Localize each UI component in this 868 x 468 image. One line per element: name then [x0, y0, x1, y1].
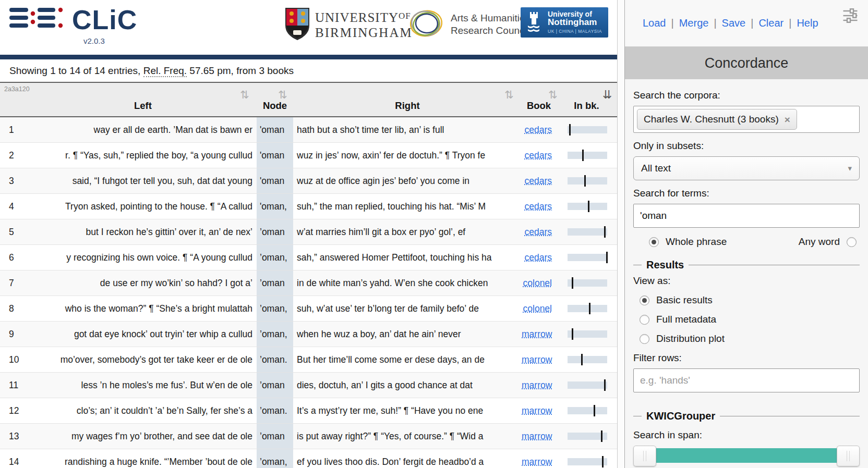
col-right[interactable]: Right: [293, 100, 522, 116]
menu-save-link[interactable]: Save: [722, 17, 746, 29]
table-scrollbar[interactable]: [617, 0, 624, 468]
left-cell: mo’over, somebody’s got ter take keer er…: [29, 354, 257, 365]
node-term: ’oman.: [257, 398, 293, 423]
table-row[interactable]: 10mo’over, somebody’s got ter take keer …: [0, 347, 617, 373]
view-option-basic-results[interactable]: Basic results: [640, 294, 860, 306]
radio-button[interactable]: [640, 334, 649, 344]
menu-load-link[interactable]: Load: [643, 17, 666, 29]
subsets-select[interactable]: All text ▾: [633, 156, 860, 180]
col-left[interactable]: Left: [29, 100, 257, 116]
left-cell: randishing a huge knife. “’Member ’bout …: [29, 457, 257, 467]
row-number: 3: [0, 176, 29, 187]
radio-button[interactable]: [640, 295, 649, 305]
menu-clear-link[interactable]: Clear: [758, 17, 783, 29]
row-number: 8: [0, 303, 29, 314]
left-context: less ’n he moles’s me fus’. But w’en de …: [81, 380, 252, 391]
corpus-chip[interactable]: Charles W. Chesnutt (3 books) ×: [637, 109, 797, 130]
book-link[interactable]: marrow: [522, 354, 552, 365]
book-link[interactable]: colonel: [523, 278, 552, 288]
remove-corpus-icon[interactable]: ×: [785, 115, 790, 125]
book-link[interactable]: cedars: [524, 252, 552, 263]
filter-input[interactable]: [633, 368, 860, 392]
app-header: CLiC v2.0.3 UNIVERSITYOF: [0, 0, 617, 55]
sort-right-icon[interactable]: ⇅: [504, 89, 514, 100]
phrase-option-any-word[interactable]: Any word: [799, 236, 857, 248]
table-row[interactable]: 1way er all de earth. ’Man dat is bawn e…: [0, 117, 617, 143]
table-row[interactable]: 3said, “I fuhgot ter tell you, suh, dat …: [0, 168, 617, 194]
sort-book-icon[interactable]: ⇅: [548, 89, 558, 100]
node-term: ’oman: [257, 219, 293, 244]
ahrc-logo: Arts & Humanities Research Council: [408, 7, 530, 42]
left-cell: de use er my wo’kin’ so hahd? I got a’: [29, 278, 257, 289]
left-cell: but I reckon he’s gittin’ over it, an’ d…: [29, 227, 257, 238]
view-option-full-metadata[interactable]: Full metadata: [640, 314, 860, 325]
corpora-multiselect[interactable]: Charles W. Chesnutt (3 books) ×: [633, 106, 860, 133]
book-cell: marrow: [522, 329, 556, 340]
sidebar-form: Search the corpora: Charles W. Chesnutt …: [625, 79, 868, 468]
table-row[interactable]: 2r. ¶ “Yas, suh,” replied the boy, “a yo…: [0, 143, 617, 168]
table-row[interactable]: 13my wages f’m yo’ brother, and see dat …: [0, 424, 617, 449]
table-row[interactable]: 11less ’n he moles’s me fus’. But w’en d…: [0, 373, 617, 398]
row-number: 13: [0, 431, 29, 442]
nottingham-castle-icon: [525, 10, 542, 35]
table-row[interactable]: 4Tryon asked, pointing to the house. ¶ “…: [0, 194, 617, 219]
book-link[interactable]: colonel: [523, 303, 552, 314]
results-section-legend: Results: [633, 259, 860, 271]
table-row[interactable]: 12clo’s; an’ it couldn’t ’a’ be’n Sally,…: [0, 398, 617, 424]
book-cell: marrow: [522, 380, 556, 391]
sort-left-icon[interactable]: ⇅: [240, 89, 249, 100]
terms-input[interactable]: [633, 204, 860, 228]
table-row[interactable]: 8who is the woman?” ¶ “She’s a bright mu…: [0, 296, 617, 322]
book-link[interactable]: marrow: [522, 405, 552, 416]
sort-node-icon[interactable]: ⇅: [278, 89, 287, 100]
left-context: de use er my wo’kin’ so hahd? I got a’: [100, 278, 252, 289]
phrase-option-whole-phrase[interactable]: Whole phrase: [649, 236, 727, 248]
sort-inbk-desc-icon[interactable]: ⇊: [602, 89, 612, 101]
sidebar-menu: Load|Merge|Save|Clear|Help: [643, 17, 818, 29]
radio-button[interactable]: [649, 237, 659, 247]
book-link[interactable]: cedars: [524, 176, 552, 186]
book-link[interactable]: marrow: [522, 380, 552, 390]
view-options: Basic resultsFull metadataDistribution p…: [633, 294, 860, 344]
radio-button[interactable]: [847, 237, 857, 247]
birmingham-logo: UNIVERSITYOF BIRMINGHAM: [285, 7, 413, 43]
book-link[interactable]: cedars: [524, 227, 552, 237]
radio-button[interactable]: [640, 315, 649, 325]
col-book[interactable]: Book: [522, 100, 556, 116]
span-range-slider: [633, 446, 860, 466]
book-link[interactable]: marrow: [522, 457, 552, 467]
col-number[interactable]: [0, 112, 29, 116]
sliders-icon[interactable]: [841, 6, 860, 27]
right-cell: suh, w’at use’ ter b’long ter de family …: [293, 303, 522, 314]
book-link[interactable]: marrow: [522, 431, 552, 441]
left-cell: way er all de earth. ’Man dat is bawn er: [29, 125, 257, 136]
table-row[interactable]: 6y recognizing his own voice. ¶ “A young…: [0, 245, 617, 270]
row-number: 9: [0, 329, 29, 340]
right-context: suh,” the man replied, touching his hat.…: [297, 201, 486, 212]
book-link[interactable]: cedars: [524, 201, 552, 212]
row-number: 6: [0, 252, 29, 263]
app-title: CLiC: [72, 6, 137, 33]
in-book-position-tick: [602, 456, 604, 467]
radio-label: Distribution plot: [656, 333, 725, 344]
table-row[interactable]: 5but I reckon he’s gittin’ over it, an’ …: [0, 219, 617, 245]
view-option-distribution-plot[interactable]: Distribution plot: [640, 333, 860, 344]
in-book-position-tick: [581, 354, 583, 365]
menu-merge-link[interactable]: Merge: [679, 17, 709, 29]
book-link[interactable]: cedars: [524, 125, 552, 135]
span-handle-left[interactable]: [633, 446, 656, 466]
book-link[interactable]: marrow: [522, 329, 552, 339]
table-row[interactable]: 7de use er my wo’kin’ so hahd? I got a’’…: [0, 270, 617, 296]
menu-help-link[interactable]: Help: [797, 17, 818, 29]
col-node[interactable]: Node: [257, 100, 293, 116]
table-row[interactable]: 9got dat eye knock’ out tryin’ ter whip …: [0, 322, 617, 347]
table-body: 1way er all de earth. ’Man dat is bawn e…: [0, 117, 617, 468]
right-context: dies, doctuh, an’ I gits a good chance a…: [297, 380, 473, 390]
view-as-label: View as:: [633, 275, 860, 287]
subsets-label: Only in subsets:: [633, 140, 860, 152]
table-row[interactable]: 14randishing a huge knife. “’Member ’bou…: [0, 449, 617, 468]
book-link[interactable]: cedars: [524, 150, 552, 161]
col-inbk[interactable]: In bk.: [556, 100, 617, 116]
span-handle-right[interactable]: [837, 446, 860, 466]
left-cell: clo’s; an’ it couldn’t ’a’ be’n Sally, f…: [29, 405, 257, 416]
